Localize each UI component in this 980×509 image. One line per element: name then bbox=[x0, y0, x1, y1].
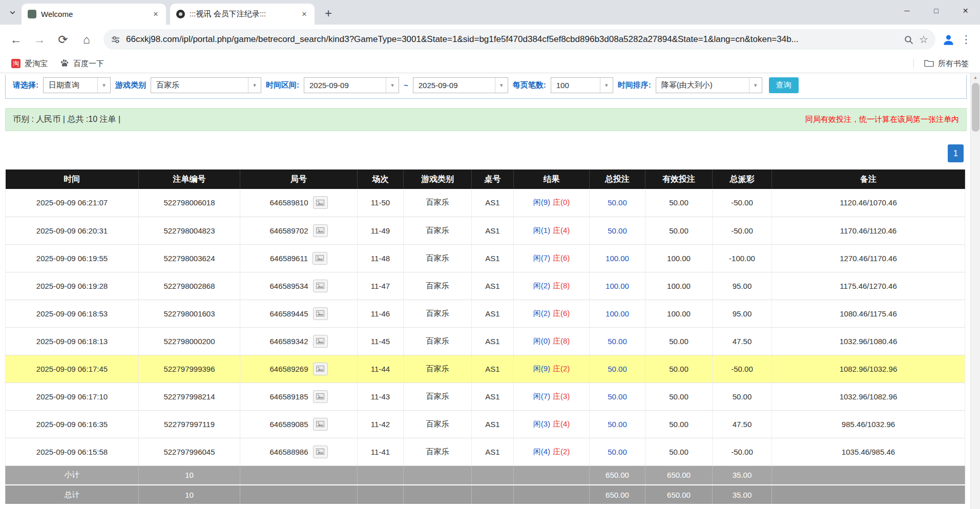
cell-payout: 95.00 bbox=[713, 300, 772, 327]
total-bet-link[interactable]: 50.00 bbox=[608, 337, 627, 346]
menu-icon[interactable]: ⋮ bbox=[957, 33, 975, 46]
bookmark-aitaobao[interactable]: 淘 爱淘宝 bbox=[6, 57, 53, 71]
date-to-select[interactable]: 2025-09-09 ▾ bbox=[413, 77, 508, 93]
tab-close-icon[interactable]: ✕ bbox=[299, 9, 309, 19]
round-number: 646589534 bbox=[269, 282, 308, 290]
game-type-label: 游戏类别 bbox=[115, 80, 146, 90]
video-replay-icon[interactable] bbox=[313, 446, 328, 458]
total-bet-link[interactable]: 100.00 bbox=[606, 282, 629, 290]
cell-remark: 985.46/1032.96 bbox=[772, 410, 965, 438]
cell-valid-bet: 50.00 bbox=[645, 410, 713, 438]
sort-select[interactable]: 降幂(由大到小) ▾ bbox=[656, 77, 762, 93]
column-header: 总投注 bbox=[590, 169, 645, 189]
zoom-icon[interactable] bbox=[904, 35, 913, 45]
video-replay-icon[interactable] bbox=[313, 418, 328, 431]
result-banker: 庄(8) bbox=[553, 336, 570, 345]
round-number: 646589269 bbox=[269, 365, 308, 373]
total-bet-link[interactable]: 50.00 bbox=[608, 226, 627, 235]
round-number: 646589445 bbox=[269, 309, 308, 318]
cell-payout: 95.00 bbox=[713, 272, 772, 300]
table-row: 2025-09-09 06:17:45522797999396646589269… bbox=[6, 355, 965, 383]
total-bet-link[interactable]: 50.00 bbox=[608, 365, 627, 373]
all-bookmarks-button[interactable]: 所有书签 bbox=[919, 57, 974, 71]
cell-time: 2025-09-09 06:18:13 bbox=[6, 327, 139, 355]
address-bar[interactable]: 66cxkj98.com/ipl/portal.php/game/betreco… bbox=[103, 29, 935, 50]
video-replay-icon[interactable] bbox=[313, 280, 328, 292]
home-button[interactable]: ⌂ bbox=[76, 29, 97, 50]
minimize-button[interactable]: ─ bbox=[892, 0, 922, 22]
video-replay-icon[interactable] bbox=[313, 363, 328, 375]
new-tab-button[interactable]: + bbox=[320, 5, 337, 22]
video-replay-icon[interactable] bbox=[313, 224, 328, 237]
cell-table-no: AS1 bbox=[472, 217, 514, 244]
cell-remark: 1080.46/1175.46 bbox=[772, 300, 965, 327]
forward-button[interactable]: → bbox=[29, 29, 50, 50]
site-info-icon[interactable] bbox=[111, 35, 120, 45]
bookmark-label: 爱淘宝 bbox=[25, 59, 48, 69]
back-button[interactable]: ← bbox=[5, 29, 27, 50]
table-header-row: 时间注单编号局号场次游戏类别桌号结果总投注有效投注总派彩备注 bbox=[6, 169, 965, 189]
cell-session: 11-49 bbox=[358, 217, 404, 244]
reload-button[interactable]: ⟳ bbox=[52, 29, 74, 50]
tab-close-icon[interactable]: ✕ bbox=[151, 9, 161, 19]
round-number: 646589810 bbox=[269, 198, 308, 207]
scroll-up-icon[interactable]: ▲ bbox=[971, 73, 980, 82]
page-button-1[interactable]: 1 bbox=[948, 144, 964, 162]
video-replay-icon[interactable] bbox=[313, 196, 328, 209]
total-bet-link[interactable]: 100.00 bbox=[606, 254, 629, 263]
close-button[interactable]: ✕ bbox=[951, 0, 980, 22]
cell-remark: 1082.96/1032.96 bbox=[772, 355, 965, 383]
bookmark-star-icon[interactable]: ☆ bbox=[919, 33, 928, 46]
cell-time: 2025-09-09 06:19:28 bbox=[6, 272, 139, 300]
video-replay-icon[interactable] bbox=[313, 390, 328, 403]
page-size-select[interactable]: 100 ▾ bbox=[551, 77, 613, 93]
bookmark-baidu[interactable]: 百度一下 bbox=[55, 56, 109, 71]
game-type-value: 百家乐 bbox=[151, 78, 248, 93]
round-number: 646589702 bbox=[269, 226, 308, 235]
round-number: 646589342 bbox=[269, 337, 308, 346]
cell-valid-bet: 100.00 bbox=[645, 244, 713, 272]
total-bet-link[interactable]: 50.00 bbox=[608, 198, 627, 207]
table-row: 2025-09-09 06:18:13522798000200646589342… bbox=[6, 327, 965, 355]
cell-result: 闲(0)庄(8) bbox=[514, 327, 590, 355]
cell-remark: 1170.46/1120.46 bbox=[772, 217, 965, 244]
tab-welcome[interactable]: Welcome ✕ bbox=[22, 4, 166, 25]
total-bet-link[interactable]: 100.00 bbox=[606, 309, 629, 318]
maximize-button[interactable]: □ bbox=[922, 0, 951, 22]
total-bet-link[interactable]: 50.00 bbox=[608, 448, 627, 456]
date-from-select[interactable]: 2025-09-09 ▾ bbox=[304, 77, 399, 93]
search-button[interactable]: 查询 bbox=[769, 77, 799, 93]
query-type-label: 请选择: bbox=[13, 80, 38, 90]
scrollbar-thumb[interactable] bbox=[972, 83, 979, 132]
range-separator: ~ bbox=[404, 81, 408, 90]
footer-label: 小计 bbox=[6, 465, 139, 485]
video-replay-icon[interactable] bbox=[312, 252, 327, 265]
result-banker: 庄(6) bbox=[553, 253, 570, 262]
query-type-select[interactable]: 日期查询 ▾ bbox=[43, 77, 111, 93]
tab-bet-records[interactable]: :::视讯 会员下注纪录::: ✕ bbox=[170, 4, 315, 25]
cell-remark: 1120.46/1070.46 bbox=[772, 189, 965, 217]
cell-valid-bet: 50.00 bbox=[645, 217, 713, 244]
vertical-scrollbar[interactable]: ▲ bbox=[970, 73, 980, 509]
date-to-value: 2025-09-09 bbox=[413, 78, 495, 93]
video-replay-icon[interactable] bbox=[313, 307, 328, 320]
column-header: 备注 bbox=[772, 169, 965, 189]
cell-valid-bet: 100.00 bbox=[645, 300, 713, 327]
total-bet-link[interactable]: 50.00 bbox=[608, 392, 627, 401]
taobao-icon: 淘 bbox=[11, 59, 20, 68]
video-replay-icon[interactable] bbox=[313, 335, 328, 348]
total-bet-link[interactable]: 50.00 bbox=[608, 420, 627, 429]
profile-icon[interactable] bbox=[942, 33, 955, 47]
footer-valid-bet: 650.00 bbox=[645, 485, 713, 504]
cell-session: 11-45 bbox=[358, 327, 404, 355]
game-type-select[interactable]: 百家乐 ▾ bbox=[151, 77, 261, 93]
cell-result: 闲(7)庄(3) bbox=[514, 383, 590, 410]
result-banker: 庄(4) bbox=[553, 419, 570, 428]
cell-session: 11-42 bbox=[358, 410, 404, 438]
cell-session: 11-47 bbox=[358, 272, 404, 300]
cell-valid-bet: 100.00 bbox=[645, 272, 713, 300]
footer-payout: 35.00 bbox=[713, 465, 772, 485]
tab-search-chevron-icon[interactable] bbox=[5, 5, 19, 19]
table-row: 2025-09-09 06:15:58522797996045646588986… bbox=[6, 438, 965, 465]
result-banker: 庄(4) bbox=[553, 226, 570, 235]
